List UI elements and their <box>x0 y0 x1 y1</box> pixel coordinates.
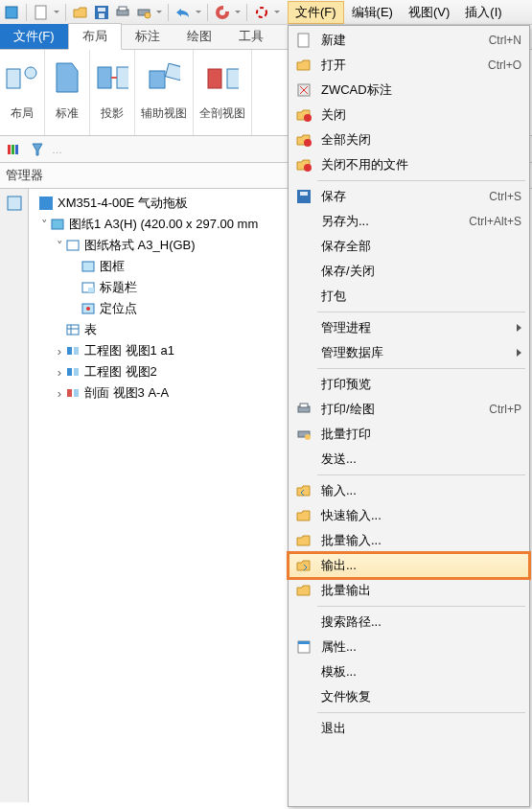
ribbon-group-section: 全剖视图 <box>194 50 252 135</box>
svg-rect-1 <box>35 6 46 19</box>
filter-dots: … <box>52 144 62 155</box>
menu-separator <box>317 312 525 312</box>
new-doc-icon[interactable] <box>33 4 50 21</box>
menu-item-close[interactable]: 关闭 <box>289 103 529 127</box>
menu-item-send[interactable]: 发送... <box>289 447 529 472</box>
menu-item-print-preview[interactable]: 打印预览 <box>289 372 529 397</box>
file-menu: 新建Ctrl+N 打开Ctrl+O ZWCAD标注 关闭 全部关闭 关闭不用的文… <box>288 25 530 807</box>
menu-item-new[interactable]: 新建Ctrl+N <box>289 28 529 53</box>
menu-item-close-unused[interactable]: 关闭不用的文件 <box>289 152 529 177</box>
menu-item-search-path[interactable]: 搜索路径... <box>289 610 529 635</box>
svg-rect-20 <box>15 145 18 154</box>
standard-icon[interactable] <box>51 61 83 94</box>
projection-icon[interactable] <box>96 61 128 94</box>
menu-item-print[interactable]: 打印/绘图Ctrl+P <box>289 397 529 422</box>
new-doc-dropdown[interactable] <box>54 11 59 13</box>
svg-rect-25 <box>39 196 53 210</box>
print-dropdown[interactable] <box>156 11 162 13</box>
menu-item-open[interactable]: 打开Ctrl+O <box>289 53 529 78</box>
menu-item-pack[interactable]: 打包 <box>289 284 529 309</box>
svg-rect-46 <box>300 192 308 196</box>
menu-item-batch-import[interactable]: 批量输入... <box>289 528 529 553</box>
ribbon-group-section-label: 全剖视图 <box>199 105 245 122</box>
ribbon-group-standard-label: 标准 <box>56 105 79 122</box>
undo-dropdown[interactable] <box>196 11 201 13</box>
svg-rect-39 <box>74 389 79 397</box>
app-icon <box>3 4 20 21</box>
menu-item-properties[interactable]: 属性... <box>289 635 529 659</box>
full-section-icon[interactable] <box>206 61 239 94</box>
print-icon[interactable] <box>114 4 131 21</box>
menu-item-save-all[interactable]: 保存全部 <box>289 234 529 259</box>
svg-rect-40 <box>298 34 309 47</box>
svg-rect-19 <box>12 145 14 154</box>
svg-point-43 <box>304 139 312 147</box>
menu-item-batch-print[interactable]: 批量打印 <box>289 422 529 447</box>
svg-point-9 <box>257 8 266 17</box>
palette-icon[interactable] <box>6 141 23 158</box>
svg-rect-13 <box>117 67 128 88</box>
submenu-arrow-icon <box>517 324 521 332</box>
svg-point-50 <box>305 434 311 440</box>
funnel-icon[interactable] <box>29 141 46 158</box>
svg-rect-30 <box>88 288 94 292</box>
menu-view[interactable]: 视图(V) <box>401 1 457 24</box>
menu-file[interactable]: 文件(F) <box>288 1 344 24</box>
svg-rect-48 <box>300 404 308 407</box>
menu-item-export[interactable]: 输出... <box>289 553 529 578</box>
menu-item-import[interactable]: 输入... <box>289 478 529 503</box>
menu-item-save-close[interactable]: 保存/关闭 <box>289 259 529 284</box>
ribbon-tab-annotate[interactable]: 标注 <box>122 24 173 49</box>
menu-item-close-all[interactable]: 全部关闭 <box>289 127 529 152</box>
ribbon-group-layout-label: 布局 <box>11 105 34 122</box>
ribbon-group-projection: 投影 <box>90 50 135 135</box>
print-settings-icon[interactable] <box>135 4 152 21</box>
menu-item-manage-db[interactable]: 管理数据库 <box>289 340 529 365</box>
refresh-dropdown[interactable] <box>235 11 241 13</box>
submenu-arrow-icon <box>517 349 521 357</box>
svg-rect-37 <box>74 368 79 376</box>
menubar: 文件(F) 编辑(E) 视图(V) 插入(I) <box>288 0 510 25</box>
open-icon[interactable] <box>72 4 89 21</box>
menu-item-save-as[interactable]: 另存为...Ctrl+Alt+S <box>289 209 529 234</box>
ribbon-group-aux: 辅助视图 <box>135 50 194 135</box>
svg-point-8 <box>145 12 150 18</box>
menu-item-template[interactable]: 模板... <box>289 659 529 684</box>
ribbon-tab-draw[interactable]: 绘图 <box>173 24 225 49</box>
aux-view-icon[interactable] <box>148 61 180 94</box>
menu-item-batch-export[interactable]: 批量输出 <box>289 578 529 603</box>
save-icon[interactable] <box>93 4 110 21</box>
svg-rect-24 <box>8 196 21 210</box>
svg-rect-33 <box>67 325 79 335</box>
svg-rect-6 <box>119 7 127 11</box>
sheet-tab-icon[interactable] <box>6 195 23 212</box>
rebuild-dropdown[interactable] <box>274 11 280 13</box>
menu-edit[interactable]: 编辑(E) <box>344 1 401 24</box>
ribbon-tab-file[interactable]: 文件(F) <box>0 24 68 49</box>
svg-rect-18 <box>8 145 11 154</box>
menu-item-manage-proc[interactable]: 管理进程 <box>289 315 529 340</box>
ribbon-tab-layout[interactable]: 布局 <box>68 23 122 50</box>
svg-rect-17 <box>227 69 239 88</box>
undo-icon[interactable] <box>174 4 192 21</box>
svg-rect-16 <box>208 69 221 88</box>
menu-item-exit[interactable]: 退出 <box>289 716 529 741</box>
menu-insert[interactable]: 插入(I) <box>457 1 509 24</box>
menu-separator <box>317 606 525 607</box>
menu-separator <box>317 474 525 475</box>
menu-item-restore[interactable]: 文件恢复 <box>289 684 529 709</box>
svg-rect-35 <box>74 347 79 355</box>
menu-item-zwcad[interactable]: ZWCAD标注 <box>289 78 529 103</box>
svg-rect-38 <box>67 389 72 397</box>
menu-item-quick-import[interactable]: 快速输入... <box>289 503 529 528</box>
svg-rect-12 <box>98 67 111 88</box>
svg-rect-15 <box>165 63 180 81</box>
svg-rect-0 <box>6 7 17 18</box>
refresh-icon[interactable] <box>214 4 231 21</box>
ribbon-tab-tools[interactable]: 工具 <box>225 24 277 49</box>
rebuild-icon[interactable] <box>253 4 270 21</box>
svg-point-44 <box>304 164 312 172</box>
svg-rect-4 <box>99 13 104 18</box>
layout-icon[interactable] <box>6 61 38 94</box>
menu-item-save[interactable]: 保存Ctrl+S <box>289 184 529 209</box>
